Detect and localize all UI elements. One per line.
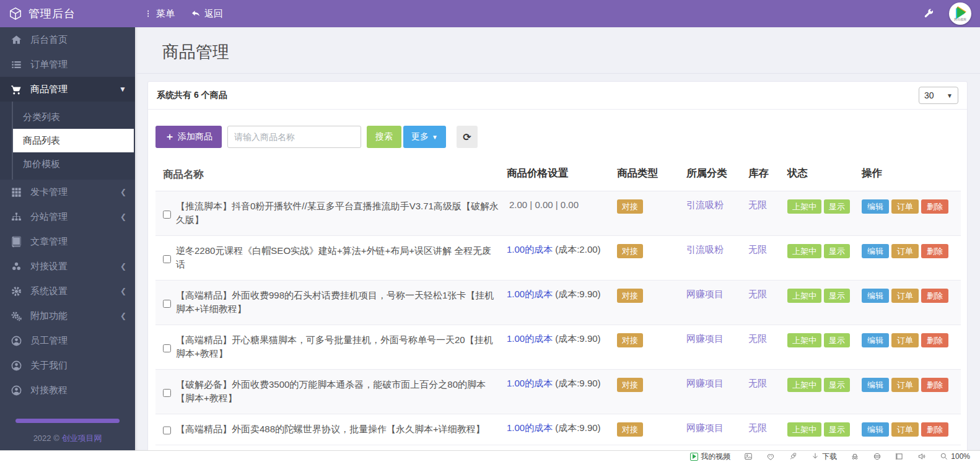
- delete-button[interactable]: 删除: [921, 333, 948, 348]
- wrench-icon[interactable]: [923, 8, 934, 19]
- status-badge[interactable]: 上架中: [787, 333, 821, 348]
- book-icon: [11, 236, 22, 248]
- chevron-left-icon: ❮: [120, 312, 126, 320]
- gears-icon: [11, 310, 22, 322]
- sidebar: 后台首页 订单管理 商品管理 ▼ 分类列表 商品列表 加价模板 发卡管理 ❮ 分…: [0, 27, 135, 450]
- sidebar-item-articles[interactable]: 文章管理: [0, 229, 135, 254]
- table-row: 【推流脚本】抖音0粉开播软件//某豆多平台直播推流助手V3.71高级版【破解永久…: [155, 191, 961, 236]
- category-link[interactable]: 网赚项目: [686, 422, 724, 433]
- video-extension-logo[interactable]: 腾讯视频: [949, 2, 971, 25]
- orders-button[interactable]: 订单: [891, 199, 919, 214]
- refresh-button[interactable]: ⟳: [457, 126, 478, 148]
- price-link[interactable]: 1.00的成本: [507, 289, 553, 299]
- add-product-button[interactable]: ＋ 添加商品: [155, 126, 222, 148]
- visibility-badge[interactable]: 显示: [824, 289, 850, 303]
- status-badge[interactable]: 上架中: [787, 422, 821, 437]
- orders-button[interactable]: 订单: [891, 422, 919, 437]
- row-checkbox[interactable]: [163, 380, 171, 406]
- sidebar-item-tutorial[interactable]: 对接教程: [0, 378, 135, 403]
- delete-button[interactable]: 删除: [921, 199, 948, 214]
- products-table: 商品名称 商品价格设置 商品类型 所属分类 库存 状态 操作 【推流脚本】抖音0…: [155, 162, 961, 445]
- orders-button[interactable]: 订单: [891, 333, 919, 348]
- visibility-badge[interactable]: 显示: [824, 422, 850, 437]
- orders-button[interactable]: 订单: [891, 289, 919, 303]
- row-checkbox[interactable]: [163, 291, 171, 316]
- nodes-icon: [11, 261, 22, 272]
- sidebar-item-category-list[interactable]: 分类列表: [0, 105, 135, 129]
- menu-toggle[interactable]: 菜单: [144, 8, 175, 20]
- price-link[interactable]: 1.00的成本: [507, 244, 553, 255]
- category-link[interactable]: 网赚项目: [686, 378, 724, 388]
- delete-button[interactable]: 删除: [921, 289, 948, 303]
- row-checkbox[interactable]: [163, 202, 171, 227]
- edit-button[interactable]: 编辑: [862, 422, 889, 437]
- status-badge[interactable]: 上架中: [787, 378, 821, 393]
- category-link[interactable]: 网赚项目: [686, 289, 724, 299]
- site-link[interactable]: 创业项目网: [61, 434, 102, 443]
- sidebar-item-staff[interactable]: 员工管理: [0, 328, 135, 353]
- category-link[interactable]: 网赚项目: [686, 333, 724, 344]
- edit-button[interactable]: 编辑: [862, 199, 889, 214]
- sidebar-item-products[interactable]: 商品管理 ▼: [0, 77, 135, 102]
- edit-button[interactable]: 编辑: [862, 289, 889, 303]
- sidebar-item-api-settings[interactable]: 对接设置 ❮: [0, 254, 135, 279]
- search-button[interactable]: 搜索: [367, 126, 401, 148]
- visibility-badge[interactable]: 显示: [824, 333, 850, 348]
- stock-value: 无限: [748, 422, 767, 433]
- delete-button[interactable]: 删除: [921, 244, 948, 259]
- delete-button[interactable]: 删除: [921, 378, 948, 393]
- sidebar-item-cards[interactable]: 发卡管理 ❮: [0, 180, 135, 204]
- visibility-badge[interactable]: 显示: [824, 378, 850, 393]
- stock-value: 无限: [748, 244, 767, 255]
- sidebar-item-markup-template[interactable]: 加价模板: [0, 152, 135, 176]
- page-size-select[interactable]: 30 ▼: [919, 87, 958, 104]
- visibility-badge[interactable]: 显示: [824, 244, 850, 259]
- price-link[interactable]: 1.00的成本: [507, 333, 553, 344]
- back-button[interactable]: 返回: [191, 8, 223, 20]
- network-button[interactable]: [873, 452, 882, 461]
- zoom-control[interactable]: 100%: [940, 452, 970, 461]
- search-input[interactable]: [227, 126, 361, 148]
- edit-button[interactable]: 编辑: [862, 378, 889, 393]
- row-checkbox[interactable]: [163, 336, 171, 361]
- category-link[interactable]: 引流吸粉: [686, 199, 724, 210]
- chevron-down-icon: ▼: [119, 85, 126, 94]
- caret-down-icon: ▼: [432, 134, 438, 141]
- price-link[interactable]: 1.00的成本: [507, 422, 553, 433]
- visibility-badge[interactable]: 显示: [824, 199, 850, 214]
- status-badge[interactable]: 上架中: [787, 244, 821, 259]
- sidebar-item-dashboard[interactable]: 后台首页: [0, 27, 135, 52]
- download-button[interactable]: 下载: [811, 451, 837, 462]
- type-badge: 对接: [617, 378, 643, 393]
- sidebar-item-about[interactable]: 关于我们: [0, 353, 135, 378]
- smiley-icon: [766, 452, 775, 461]
- sidebar-item-orders[interactable]: 订单管理: [0, 52, 135, 77]
- edit-button[interactable]: 编辑: [862, 333, 889, 348]
- my-videos-button[interactable]: 我的视频: [690, 451, 730, 462]
- sidebar-item-addons[interactable]: 附加功能 ❮: [0, 303, 135, 328]
- sidebar-item-system-settings[interactable]: 系统设置 ❮: [0, 279, 135, 303]
- price-link[interactable]: 1.00的成本: [507, 378, 553, 388]
- boost-button[interactable]: [789, 452, 797, 461]
- menu-dots-icon: [144, 9, 152, 18]
- delete-button[interactable]: 删除: [921, 422, 948, 437]
- orders-button[interactable]: 订单: [891, 378, 919, 393]
- reader-mode-button[interactable]: [766, 452, 775, 461]
- row-checkbox[interactable]: [163, 425, 171, 437]
- window-mode-button[interactable]: [895, 452, 904, 461]
- image-tool-button[interactable]: [744, 452, 753, 461]
- status-badge[interactable]: 上架中: [787, 199, 821, 214]
- sidebar-item-substations[interactable]: 分站管理 ❮: [0, 204, 135, 229]
- more-button[interactable]: 更多 ▼: [403, 126, 446, 148]
- sidebar-item-product-list[interactable]: 商品列表: [13, 129, 134, 152]
- category-link[interactable]: 引流吸粉: [686, 244, 724, 255]
- orders-button[interactable]: 订单: [891, 244, 919, 259]
- edit-button[interactable]: 编辑: [862, 244, 889, 259]
- mute-button[interactable]: [917, 452, 926, 461]
- type-badge: 对接: [617, 333, 643, 348]
- row-checkbox[interactable]: [163, 246, 171, 272]
- chevron-left-icon: ❮: [120, 262, 126, 271]
- incognito-button[interactable]: [851, 452, 859, 461]
- status-badge[interactable]: 上架中: [787, 289, 821, 303]
- cart-icon: [11, 84, 22, 95]
